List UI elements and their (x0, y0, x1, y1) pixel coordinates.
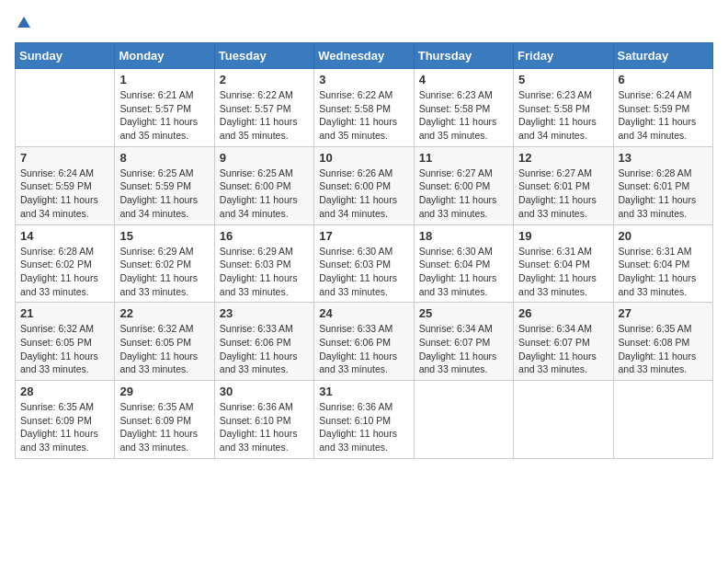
daylight-hours-text: Daylight: 11 hours (518, 115, 608, 129)
daylight-minutes-text: and 33 minutes. (220, 441, 309, 454)
sunset-text: Sunset: 6:05 PM (119, 336, 209, 350)
daylight-hours-text: Daylight: 11 hours (319, 427, 408, 441)
sunrise-text: Sunrise: 6:29 AM (220, 245, 309, 259)
calendar-cell: 12Sunrise: 6:27 AMSunset: 6:01 PMDayligh… (514, 146, 613, 224)
sunset-text: Sunset: 6:09 PM (20, 414, 109, 428)
daylight-hours-text: Daylight: 11 hours (119, 350, 209, 363)
sunset-text: Sunset: 6:05 PM (20, 336, 109, 350)
calendar-cell: 4Sunrise: 6:23 AMSunset: 5:58 PMDaylight… (414, 69, 513, 147)
sunrise-text: Sunrise: 6:24 AM (619, 88, 708, 102)
daylight-hours-text: Daylight: 11 hours (220, 115, 309, 129)
day-number: 12 (518, 151, 608, 165)
daylight-minutes-text: and 33 minutes. (419, 207, 508, 221)
daylight-hours-text: Daylight: 11 hours (119, 115, 209, 129)
daylight-hours-text: Daylight: 11 hours (119, 427, 209, 441)
calendar-cell: 18Sunrise: 6:30 AMSunset: 6:04 PMDayligh… (414, 224, 513, 303)
sunrise-text: Sunrise: 6:25 AM (220, 167, 309, 180)
daylight-hours-text: Daylight: 11 hours (220, 271, 309, 285)
calendar-cell: 24Sunrise: 6:33 AMSunset: 6:06 PMDayligh… (314, 303, 414, 381)
calendar-cell: 6Sunrise: 6:24 AMSunset: 5:59 PMDaylight… (613, 69, 712, 147)
calendar-cell: 14Sunrise: 6:28 AMSunset: 6:02 PMDayligh… (16, 224, 115, 303)
sunrise-text: Sunrise: 6:33 AM (319, 322, 408, 336)
daylight-hours-text: Daylight: 11 hours (220, 427, 309, 441)
calendar-cell: 25Sunrise: 6:34 AMSunset: 6:07 PMDayligh… (414, 303, 513, 381)
day-number: 13 (619, 151, 708, 165)
daylight-hours-text: Daylight: 11 hours (619, 115, 708, 129)
day-number: 27 (619, 306, 708, 320)
sunset-text: Sunset: 6:08 PM (619, 336, 708, 350)
day-number: 24 (319, 306, 408, 320)
daylight-minutes-text: and 33 minutes. (220, 362, 309, 376)
calendar-cell: 10Sunrise: 6:26 AMSunset: 6:00 PMDayligh… (314, 146, 414, 224)
daylight-minutes-text: and 34 minutes. (518, 129, 608, 143)
calendar-cell: 21Sunrise: 6:32 AMSunset: 6:05 PMDayligh… (16, 303, 115, 381)
sunset-text: Sunset: 5:58 PM (419, 102, 508, 116)
calendar-week-1: 1Sunrise: 6:21 AMSunset: 5:57 PMDaylight… (16, 69, 713, 147)
calendar-cell: 13Sunrise: 6:28 AMSunset: 6:01 PMDayligh… (613, 146, 712, 224)
sunset-text: Sunset: 6:04 PM (419, 258, 508, 271)
daylight-minutes-text: and 33 minutes. (119, 362, 209, 376)
sunrise-text: Sunrise: 6:32 AM (20, 322, 109, 336)
day-number: 1 (119, 73, 209, 86)
daylight-minutes-text: and 33 minutes. (518, 285, 608, 299)
day-number: 26 (518, 306, 608, 320)
day-number: 4 (419, 73, 508, 86)
daylight-hours-text: Daylight: 11 hours (419, 115, 508, 129)
calendar-table: SundayMondayTuesdayWednesdayThursdayFrid… (15, 42, 713, 459)
day-number: 19 (518, 229, 608, 243)
sunset-text: Sunset: 6:06 PM (220, 336, 309, 350)
calendar-cell (16, 69, 115, 147)
sunrise-text: Sunrise: 6:29 AM (119, 245, 209, 259)
daylight-hours-text: Daylight: 11 hours (619, 193, 708, 207)
svg-marker-0 (17, 17, 30, 28)
daylight-minutes-text: and 33 minutes. (419, 362, 508, 376)
daylight-minutes-text: and 33 minutes. (119, 441, 209, 454)
daylight-minutes-text: and 33 minutes. (619, 362, 708, 376)
day-number: 30 (220, 385, 309, 398)
calendar-cell (613, 381, 712, 459)
calendar-cell: 11Sunrise: 6:27 AMSunset: 6:00 PMDayligh… (414, 146, 513, 224)
daylight-minutes-text: and 33 minutes. (518, 207, 608, 221)
day-number: 6 (619, 73, 708, 86)
day-number: 28 (20, 385, 109, 398)
daylight-hours-text: Daylight: 11 hours (20, 193, 109, 207)
day-header-saturday: Saturday (613, 43, 712, 69)
daylight-hours-text: Daylight: 11 hours (518, 350, 608, 363)
day-number: 7 (20, 151, 109, 165)
sunset-text: Sunset: 6:03 PM (319, 258, 408, 271)
daylight-minutes-text: and 33 minutes. (119, 285, 209, 299)
sunrise-text: Sunrise: 6:27 AM (518, 167, 608, 180)
calendar-cell: 5Sunrise: 6:23 AMSunset: 5:58 PMDaylight… (514, 69, 613, 147)
sunset-text: Sunset: 6:10 PM (220, 414, 309, 428)
sunrise-text: Sunrise: 6:28 AM (20, 245, 109, 259)
logo (15, 15, 33, 31)
day-number: 25 (419, 306, 508, 320)
day-header-friday: Friday (514, 43, 613, 69)
calendar-cell: 15Sunrise: 6:29 AMSunset: 6:02 PMDayligh… (115, 224, 214, 303)
sunrise-text: Sunrise: 6:25 AM (119, 167, 209, 180)
daylight-hours-text: Daylight: 11 hours (319, 193, 408, 207)
calendar-cell: 8Sunrise: 6:25 AMSunset: 5:59 PMDaylight… (115, 146, 214, 224)
daylight-minutes-text: and 33 minutes. (319, 285, 408, 299)
sunset-text: Sunset: 5:57 PM (119, 102, 209, 116)
daylight-minutes-text: and 34 minutes. (20, 207, 109, 221)
sunrise-text: Sunrise: 6:22 AM (220, 88, 309, 102)
day-number: 9 (220, 151, 309, 165)
day-number: 15 (119, 229, 209, 243)
sunset-text: Sunset: 5:59 PM (20, 179, 109, 193)
daylight-minutes-text: and 33 minutes. (319, 441, 408, 454)
page-header (15, 15, 713, 31)
sunset-text: Sunset: 5:57 PM (220, 102, 309, 116)
sunrise-text: Sunrise: 6:34 AM (518, 322, 608, 336)
calendar-cell: 31Sunrise: 6:36 AMSunset: 6:10 PMDayligh… (314, 381, 414, 459)
calendar-cell: 2Sunrise: 6:22 AMSunset: 5:57 PMDaylight… (214, 69, 313, 147)
calendar-cell: 7Sunrise: 6:24 AMSunset: 5:59 PMDaylight… (16, 146, 115, 224)
sunset-text: Sunset: 5:58 PM (319, 102, 408, 116)
sunset-text: Sunset: 6:02 PM (20, 258, 109, 271)
calendar-cell: 27Sunrise: 6:35 AMSunset: 6:08 PMDayligh… (613, 303, 712, 381)
sunrise-text: Sunrise: 6:33 AM (220, 322, 309, 336)
daylight-minutes-text: and 34 minutes. (619, 129, 708, 143)
sunrise-text: Sunrise: 6:31 AM (518, 245, 608, 259)
daylight-hours-text: Daylight: 11 hours (20, 350, 109, 363)
sunrise-text: Sunrise: 6:31 AM (619, 245, 708, 259)
